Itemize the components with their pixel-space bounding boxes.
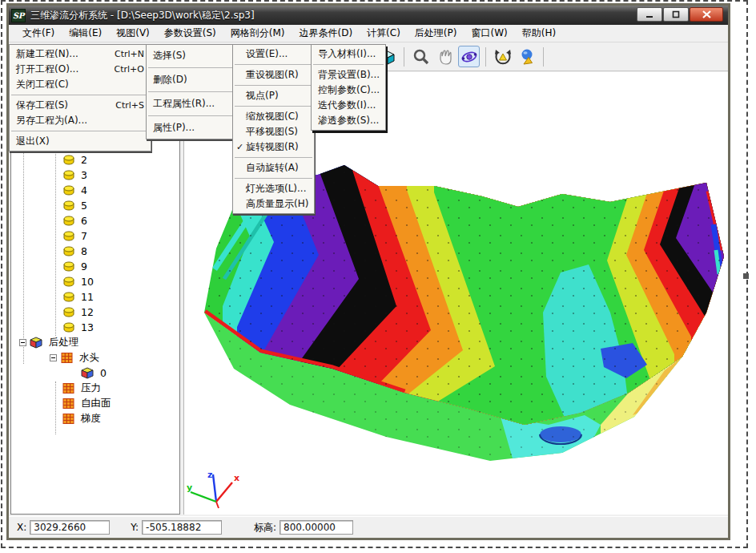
grid-icon	[60, 352, 77, 364]
dropdown-item[interactable]: 打开工程(O)...Ctrl+O	[10, 62, 151, 77]
view-menu-dropdown: 设置(E)...重设视图(R)视点(P)缩放视图(C)平移视图(S)✓旋转视图(…	[232, 44, 315, 214]
tree-node-label[interactable]: 3	[78, 169, 90, 181]
restore-button[interactable]	[663, 7, 689, 22]
dropdown-item[interactable]: 关闭工程(C)	[10, 77, 151, 92]
menubar-item[interactable]: 参数设置(S)	[157, 25, 223, 42]
tree-node-label[interactable]: 7	[78, 230, 90, 242]
tree-node-label[interactable]: 11	[78, 291, 96, 303]
tree-node[interactable]: 7	[11, 228, 179, 244]
dropdown-item[interactable]: ✓旋转视图(R)	[233, 139, 314, 155]
zoom-icon	[412, 47, 431, 67]
tree-node[interactable]: 2	[11, 152, 179, 168]
menu-separator	[148, 67, 246, 68]
tree-node[interactable]: 4	[11, 183, 179, 198]
tree-node[interactable]: 3	[11, 168, 179, 183]
tree-node-label[interactable]: 6	[78, 215, 90, 227]
dropdown-item-label: 自动旋转(A)	[246, 161, 308, 175]
dropdown-item[interactable]: 设置(E)...	[233, 46, 314, 62]
tree-node[interactable]: 压力	[11, 381, 179, 396]
tree-node-label[interactable]: 9	[78, 260, 90, 272]
menubar-item[interactable]: 网格剖分(M)	[223, 25, 292, 42]
tree-node-label[interactable]: 自由面	[78, 397, 114, 410]
tree-node[interactable]: 8	[11, 244, 179, 259]
rotate-button[interactable]	[458, 46, 480, 67]
tree-node-label[interactable]: 10	[78, 276, 96, 288]
file-menu-dropdown: 新建工程(N)...Ctrl+N打开工程(O)...Ctrl+O关闭工程(C)保…	[9, 44, 151, 151]
collapse-toggle[interactable]	[50, 354, 57, 361]
dropdown-item-label: 工程属性(R)...	[153, 97, 241, 111]
check-icon: ✓	[236, 142, 246, 152]
tree-node[interactable]: 9	[11, 259, 179, 274]
tree-node-label[interactable]: 13	[78, 321, 96, 333]
dropdown-item[interactable]: 保存工程(S)Ctrl+S	[10, 98, 151, 113]
tree-node[interactable]: 梯度	[11, 411, 179, 426]
dropdown-item[interactable]: 导入材料(I)...	[312, 46, 385, 62]
autorotate-button[interactable]	[492, 46, 513, 67]
tree-node[interactable]: 水头	[11, 350, 179, 365]
menubar-item[interactable]: 编辑(E)	[62, 25, 109, 42]
dropdown-item[interactable]: 新建工程(N)...Ctrl+N	[10, 46, 151, 62]
collapse-toggle[interactable]	[19, 339, 26, 346]
cube-icon	[30, 337, 46, 349]
tree-node[interactable]: 自由面	[11, 396, 179, 411]
tree-node[interactable]: 5	[11, 198, 179, 213]
dropdown-item[interactable]: 平移视图(S)	[233, 124, 314, 139]
close-icon	[702, 10, 711, 18]
menubar-item[interactable]: 窗口(W)	[464, 25, 514, 42]
tree-node-label[interactable]: 5	[78, 200, 90, 212]
dropdown-item[interactable]: 重设视图(R)	[233, 67, 314, 83]
autorotate-icon	[493, 47, 513, 67]
tree-node-label[interactable]: 水头	[77, 351, 102, 365]
dropdown-item[interactable]: 控制参数(C)...	[312, 83, 385, 98]
tree-node-label[interactable]: 4	[78, 184, 90, 196]
tree-node[interactable]: 10	[11, 274, 179, 289]
menubar-item[interactable]: 视图(V)	[109, 25, 157, 42]
menubar-item[interactable]: 后处理(P)	[408, 25, 464, 42]
dropdown-item-label: 背景设置(B)...	[318, 68, 380, 82]
menubar-item[interactable]: 文件(F)	[15, 25, 62, 42]
tree-node[interactable]: 11	[11, 289, 179, 305]
dropdown-item[interactable]: 另存工程为(A)...	[10, 113, 151, 128]
tree-node[interactable]: 6	[11, 213, 179, 228]
title-bar[interactable]: SP 三维渗流分析系统 - [D:\Seep3D\work\稳定\2.sp3]	[9, 6, 728, 25]
grid-icon	[62, 382, 78, 394]
dropdown-item[interactable]: 退出(X)	[10, 134, 151, 149]
menubar-item[interactable]: 计算(C)	[360, 25, 408, 42]
tree-node[interactable]: 13	[11, 320, 179, 335]
light-button[interactable]	[516, 46, 537, 67]
dropdown-item[interactable]: 自动旋转(A)	[233, 160, 314, 176]
menubar-item[interactable]: 帮助(H)	[515, 25, 563, 42]
tree-node-label[interactable]: 12	[78, 306, 96, 318]
tree-node[interactable]: 0	[11, 365, 179, 381]
dropdown-item[interactable]: 灯光选项(L)...	[233, 181, 314, 196]
restore-icon	[672, 10, 680, 18]
menubar-item[interactable]: 边界条件(D)	[292, 25, 360, 42]
dropdown-item-label: 保存工程(S)	[16, 99, 101, 112]
dropdown-item[interactable]: 视点(P)	[233, 88, 314, 103]
tree-node-label[interactable]: 后处理	[46, 336, 82, 349]
minimize-button[interactable]	[637, 7, 662, 22]
menu-separator	[11, 131, 149, 131]
menu-bar: 文件(F)编辑(E)视图(V)参数设置(S)网格剖分(M)边界条件(D)计算(C…	[9, 25, 728, 42]
tree-node-label[interactable]: 8	[78, 245, 90, 257]
dropdown-item[interactable]: 背景设置(B)...	[312, 67, 385, 83]
tree-node[interactable]: 后处理	[11, 335, 179, 350]
dropdown-item[interactable]: 迭代参数(I)...	[312, 98, 385, 113]
light-icon	[517, 47, 537, 67]
status-y-label: Y:	[131, 522, 139, 533]
pan-button[interactable]	[434, 46, 456, 67]
tree-node-label[interactable]: 压力	[78, 381, 103, 395]
dropdown-item[interactable]: 缩放视图(C)	[233, 109, 314, 124]
axis-indicator: z x y	[186, 466, 243, 511]
selection-handle[interactable]	[743, 273, 749, 279]
dropdown-item-label: 导入材料(I)...	[318, 47, 379, 61]
zoom-button[interactable]	[410, 46, 432, 67]
close-button[interactable]	[690, 7, 723, 22]
tree-node-label[interactable]: 0	[98, 367, 109, 379]
tree-node[interactable]: 12	[11, 305, 179, 320]
dropdown-item[interactable]: 高质量显示(H)	[233, 196, 314, 212]
tree-node-label[interactable]: 2	[78, 154, 90, 166]
dropdown-item-label: 渗透参数(S)...	[318, 114, 379, 127]
tree-node-label[interactable]: 梯度	[78, 412, 103, 426]
dropdown-item[interactable]: 渗透参数(S)...	[312, 113, 385, 128]
